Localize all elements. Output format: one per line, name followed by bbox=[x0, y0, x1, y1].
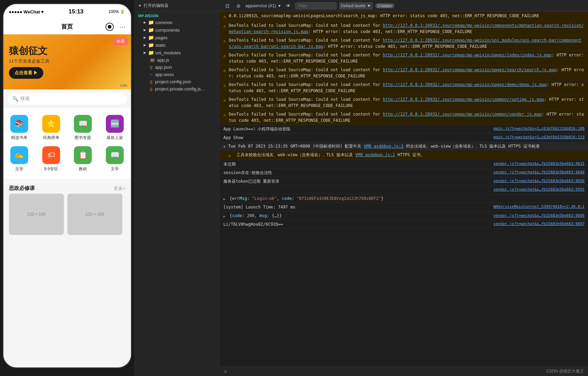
console-source[interactable]: vendor.js?t=wechat&s…fb15683e56e663:9631 bbox=[493, 161, 585, 167]
icon-label-jingxuan: 精选书单 bbox=[11, 135, 27, 141]
console-line: ⚠ DevTools failed to load SourceMap: Cou… bbox=[220, 80, 588, 95]
console-line: ▼ Tue Feb 07 2023 15:13:35 GMT+0800 (中国标… bbox=[220, 142, 588, 151]
console-link[interactable]: http://127.0.0.1:20932/.sourcemap/mp-wei… bbox=[383, 97, 544, 102]
tree-item-uni-modules[interactable]: ▶ 📁 uni_modules bbox=[134, 49, 220, 56]
tree-item-static[interactable]: ▶ 📁 static bbox=[134, 41, 220, 49]
folder-icon: 📁 bbox=[148, 50, 154, 55]
banner-title: 猿创征文 bbox=[9, 45, 125, 57]
phone-content[interactable]: 猿创征文 11个开发者必备工具 点击查看 ▶ 收藏 csdn 🔍 搜索 📚 精选… bbox=[3, 34, 131, 367]
icon-item-jingdian[interactable]: ⭐ 经典榜单 bbox=[35, 112, 67, 143]
tree-item-appjs[interactable]: JS app.js bbox=[134, 56, 220, 64]
file-tree-header: ▼ 打开的编辑器 bbox=[134, 0, 220, 12]
tree-item-label-pages: pages bbox=[155, 35, 167, 40]
tree-item-appjson[interactable]: {} app.json bbox=[134, 64, 220, 71]
icon-jiujiu: 🏷 bbox=[42, 146, 60, 164]
tree-item-label-common: common bbox=[155, 20, 173, 25]
icon-jingxuan: 📚 bbox=[10, 115, 28, 133]
console-link[interactable]: VM9 asdebug.js:1 bbox=[355, 152, 395, 157]
tree-item-common[interactable]: ▶ 📁 common bbox=[134, 19, 220, 26]
phone-nav-dots[interactable]: ··· bbox=[120, 23, 125, 31]
phone-status-bar: ●●●●● WeChat ▾ 15:13 100% 🔋 bbox=[3, 4, 131, 19]
console-message: {errMsg: "Login:ok", code: "073z8EFa1h9E… bbox=[230, 195, 585, 202]
console-source[interactable]: vendor.js?t=wechat&s…fb15683e56e663:9607 bbox=[493, 221, 585, 227]
console-prompt[interactable]: > bbox=[224, 369, 227, 374]
console-message: DevTools failed to load SourceMap: Could… bbox=[229, 52, 585, 64]
console-link[interactable]: http://127.0.0.1:20932/.sourcemap/mp-wei… bbox=[229, 23, 584, 34]
icon-item-zuixin[interactable]: 🆕 最新上架 bbox=[99, 112, 131, 143]
console-link[interactable]: http://127.0.0.1:20932/.sourcemap/mp-wei… bbox=[383, 53, 552, 57]
console-line: ⚠ DevTools failed to load SourceMap: Cou… bbox=[220, 110, 588, 125]
console-source[interactable]: WAServiceMainContext_539974818v=2.30.0:1 bbox=[493, 204, 585, 210]
icon-item-wenxue1[interactable]: ✍ 文学 bbox=[3, 143, 35, 175]
console-line: session存在-校验合法性 vendor.js?t=wechat&s…fb1… bbox=[220, 169, 588, 177]
section-more[interactable]: 更多> bbox=[114, 185, 125, 192]
icon-item-wenxue2[interactable]: 📖 文学 bbox=[99, 143, 131, 175]
banner-csdn-label: csdn bbox=[120, 84, 127, 87]
icon-zuixin: 🆕 bbox=[106, 115, 124, 133]
console-link[interactable]: http://127.0.0.1:20932/.sourcemap/mp-wei… bbox=[383, 82, 547, 87]
chevron-right-icon: ▶ bbox=[144, 36, 146, 39]
thumbnail-1[interactable]: 120 × 160 bbox=[9, 194, 64, 235]
status-time: 15:13 bbox=[69, 8, 84, 15]
icon-item-jingxuan[interactable]: 📚 精选书单 bbox=[3, 112, 35, 143]
console-line: App Launch==》小程序端自动登陆 main.js?t=wechat&s… bbox=[220, 125, 588, 133]
tree-item-appwxss[interactable]: ~ app.wxss bbox=[134, 71, 220, 78]
thumbnail-2[interactable]: 120 × 160 bbox=[67, 194, 122, 235]
console-link[interactable]: http://127.0.0.1:20932/.sourcemap/mp-wei… bbox=[229, 38, 581, 49]
tree-item-project-config[interactable]: {} project.config.json bbox=[134, 78, 220, 85]
console-source[interactable]: vendor.js?t=wechat&s…fb15683e56e663:9606 bbox=[493, 213, 585, 219]
console-link[interactable]: VM9 asdebug.js:1 bbox=[364, 144, 404, 149]
folder-icon: 📁 bbox=[148, 20, 154, 25]
dropdown-icon[interactable]: ▼ bbox=[278, 4, 281, 8]
console-message: 工具未校验合法域名、web-view（业务域名）、TLS 版本以及 VM9 as… bbox=[236, 152, 585, 158]
console-source[interactable]: vendor.js?t=wechat&s…fb15683e56e663:9591 bbox=[493, 187, 585, 193]
stop-icon[interactable]: ⊘ bbox=[234, 2, 243, 10]
tree-item-label-components: components bbox=[155, 28, 180, 33]
console-source[interactable]: main.js?t=wechat&s=1…c63df6b2316b816:113 bbox=[493, 135, 585, 140]
tree-item-label-appjs: app.js bbox=[157, 57, 169, 63]
phone-frame: ●●●●● WeChat ▾ 15:13 100% 🔋 首页 ⏺ ··· 猿创征… bbox=[3, 3, 132, 368]
json-file-icon2: {} bbox=[150, 80, 152, 84]
warning-icon: ⚠ bbox=[223, 82, 226, 89]
icon-label-zuixin: 最新上架 bbox=[107, 135, 123, 141]
phone-nav-title: 首页 bbox=[61, 23, 73, 31]
banner-button[interactable]: 点击查看 ▶ bbox=[9, 67, 44, 79]
console-source[interactable]: main.js?t=wechat&s=1…c63df6b2316b816:108 bbox=[493, 126, 585, 132]
console-line: ▶ {code: 200, msg: {…}} vendor.js?t=wech… bbox=[220, 212, 588, 220]
icon-item-zhuanti[interactable]: 📖 图书专题 bbox=[67, 112, 99, 143]
console-link[interactable]: http://127.0.0.1:20932/.sourcemap/mp-wei… bbox=[383, 67, 557, 72]
console-content[interactable]: ⚠ 0.0.1i20932L_sourcemaplmp-weixinLpages… bbox=[220, 12, 588, 366]
banner-collect-badge[interactable]: 收藏 bbox=[114, 38, 127, 45]
console-message: App Show bbox=[223, 135, 491, 141]
levels-dropdown[interactable]: Default levels ▼ bbox=[339, 2, 373, 9]
icon-wenxue2: 📖 bbox=[106, 146, 124, 164]
pause-icon[interactable]: ⊡ bbox=[223, 2, 232, 10]
icon-label-zhuanti: 图书专题 bbox=[75, 135, 91, 141]
banner: 猿创征文 11个开发者必备工具 点击查看 ▶ 收藏 csdn bbox=[3, 34, 131, 89]
console-source[interactable]: vendor.js?t=wechat&s…fb15683e56e663:9640 bbox=[493, 170, 585, 175]
chevron-right-icon: ▼ bbox=[223, 144, 225, 149]
eye-icon[interactable]: 👁 bbox=[284, 2, 292, 10]
console-line: ⚠ DevTools failed to load SourceMap: Cou… bbox=[220, 36, 588, 51]
status-right: 100% 🔋 bbox=[108, 9, 125, 14]
levels-chevron-icon: ▼ bbox=[367, 3, 371, 8]
console-source[interactable]: vendor.js?t=wechat&s…fb15683e56e663:9656 bbox=[493, 178, 585, 184]
chevron-right-icon[interactable]: ▶ bbox=[223, 214, 225, 219]
console-line: 服务器token已过期 重新登录 vendor.js?t=wechat&s…fb… bbox=[220, 177, 588, 186]
icon-item-jiujiu[interactable]: 🏷 9.9专区 bbox=[35, 143, 67, 175]
tree-item-project-private[interactable]: {} project.private.config.js... bbox=[134, 85, 220, 93]
console-link[interactable]: http://127.0.0.1:20932/.sourcemap/mp-wei… bbox=[383, 112, 542, 117]
phone-search-placeholder: 搜索 bbox=[20, 96, 30, 102]
icon-item-jiaocai[interactable]: 📋 教材 bbox=[67, 143, 99, 175]
tree-item-components[interactable]: ▶ 📁 components bbox=[134, 26, 220, 34]
tree-item-pages[interactable]: ▶ 📁 pages bbox=[134, 34, 220, 41]
console-line: Li/T6LV8hwgHoa82/6C92Q== vendor.js?t=wec… bbox=[220, 220, 588, 229]
filter-input[interactable] bbox=[295, 2, 336, 9]
chevron-right-icon[interactable]: ▶ bbox=[223, 196, 225, 202]
banner-text-area: 猿创征文 11个开发者必备工具 点击查看 ▶ bbox=[9, 45, 125, 79]
phone-icon-grid: 📚 精选书单 ⭐ 经典榜单 📖 图书专题 🆕 最新上架 ✍ 文学 bbox=[3, 108, 131, 179]
phone-search-bar[interactable]: 🔍 搜索 bbox=[8, 93, 127, 105]
tree-item-label-uni-modules: uni_modules bbox=[155, 50, 181, 55]
phone-nav-record[interactable]: ⏺ bbox=[106, 23, 114, 31]
console-line: ▶ {errMsg: "Login:ok", code: "073z8EFa1h… bbox=[220, 194, 588, 203]
